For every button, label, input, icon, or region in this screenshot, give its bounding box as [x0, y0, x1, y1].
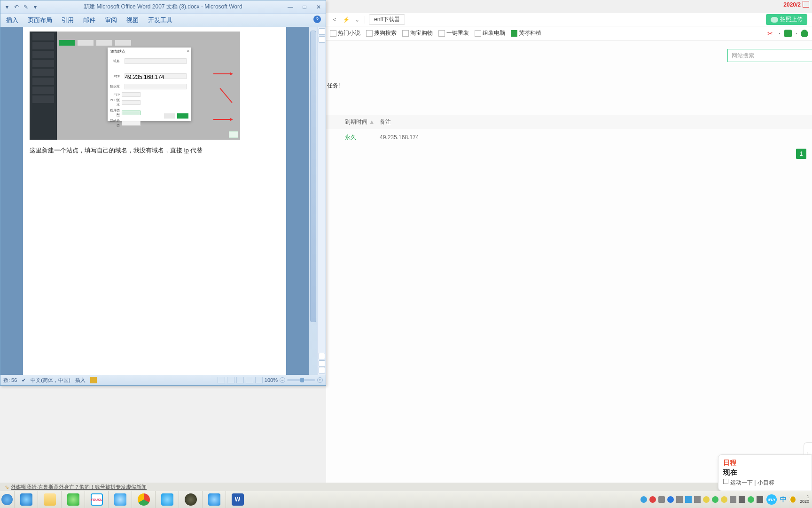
taskbar: YOUKU W iFLY 中 12020 — [0, 491, 812, 508]
site-search-input[interactable]: 网站搜索 — [727, 49, 812, 62]
spell-icon[interactable]: ✔ — [22, 377, 26, 383]
caption-text: 这里新建一个站点，填写自己的域名，我没有域名，直接 ip 代替 — [30, 146, 280, 155]
tab-insert[interactable]: 插入 — [6, 16, 18, 24]
enfl-label[interactable]: enfl下载器 — [369, 14, 405, 25]
tray-icon[interactable] — [703, 496, 710, 503]
view-web[interactable] — [236, 377, 244, 383]
cart-icon — [803, 1, 809, 8]
tab-references[interactable]: 引用 — [62, 16, 74, 24]
calendar-icon — [723, 479, 728, 484]
side-ruler — [317, 27, 326, 375]
tab-mailings[interactable]: 邮件 — [83, 16, 95, 24]
quick-access-toolbar: ▾ ↶ ✎ ▾ — [3, 3, 39, 11]
tab-layout[interactable]: 页面布局 — [28, 16, 52, 24]
tray-icon[interactable] — [748, 496, 754, 503]
ifly-icon[interactable]: iFLY — [766, 494, 777, 505]
qat-dropdown[interactable]: ▾ — [3, 3, 11, 11]
tray-icon[interactable] — [676, 496, 683, 503]
bolt-icon[interactable]: ⚡ — [342, 16, 350, 24]
date-badge: 2020/2 — [781, 0, 812, 9]
zoom-value[interactable]: 100% — [265, 377, 278, 383]
taskbar-app-word[interactable]: W — [226, 491, 249, 508]
taskbar-app-explorer[interactable] — [38, 491, 61, 508]
zoom-out[interactable]: − — [280, 377, 285, 383]
bookmark-item[interactable]: 热门小说 — [330, 29, 360, 37]
taskbar-app-fish[interactable] — [155, 491, 179, 508]
language[interactable]: 中文(简体，中国) — [31, 377, 70, 384]
view-draft[interactable] — [255, 377, 263, 383]
tray-icon[interactable] — [739, 496, 745, 503]
macro-icon[interactable] — [90, 377, 97, 383]
chevron-down-icon[interactable]: ⌄ — [353, 16, 361, 24]
system-tray: iFLY 中 12020 — [640, 491, 812, 508]
help-icon[interactable]: ? — [313, 16, 321, 23]
embedded-screenshot: 添加站点 ✕ 域名 FTP49.235.168.174 数据库 FTP PHP版… — [30, 32, 240, 140]
taskbar-app-qq[interactable] — [202, 491, 226, 508]
add-site-dialog: 添加站点 ✕ 域名 FTP49.235.168.174 数据库 FTP PHP版… — [108, 48, 191, 121]
tab-devtools[interactable]: 开发工具 — [148, 16, 172, 24]
page-number[interactable]: 1 — [796, 149, 806, 159]
browser-body: 网站搜索 任务! 到期时间 ▲ 备注 永久 49.235.168.174 1 问… — [326, 40, 812, 508]
tray-icon[interactable] — [649, 496, 656, 503]
shield-icon[interactable] — [801, 30, 808, 37]
zoom-in[interactable]: + — [317, 377, 323, 383]
minimize-button[interactable]: — — [286, 4, 295, 10]
tab-review[interactable]: 审阅 — [105, 16, 117, 24]
upload-button[interactable]: 拍照上传 — [766, 14, 807, 25]
taskbar-app-chrome[interactable] — [132, 491, 155, 508]
tray-icon[interactable] — [694, 496, 701, 503]
schedule-widget[interactable]: 日程 现在 运动一下 | 小目标 — [718, 454, 812, 491]
bookmark-item[interactable]: 黄芩种植 — [511, 29, 541, 37]
task-hint: 任务! — [327, 82, 340, 90]
tray-icon[interactable] — [658, 496, 665, 503]
document-page: 添加站点 ✕ 域名 FTP49.235.168.174 数据库 FTP PHP版… — [23, 27, 286, 375]
tray-icon[interactable] — [685, 496, 692, 503]
close-button[interactable]: ✕ — [314, 4, 323, 10]
adblock-icon[interactable] — [784, 30, 792, 37]
scissors-icon[interactable]: ✂ — [767, 30, 775, 37]
news-link[interactable]: 外媒曝汤姆·克鲁斯意外身亡？假的！账号被扒专发虚假新闻 — [11, 484, 147, 491]
word-count[interactable]: 数: 56 — [3, 377, 17, 384]
vertical-scrollbar[interactable] — [309, 27, 317, 375]
word-titlebar[interactable]: ▾ ↶ ✎ ▾ 新建 Microsoft Office Word 2007 文档… — [0, 0, 326, 14]
bookmark-item[interactable]: 组装电脑 — [475, 29, 505, 37]
taskbar-app-dark[interactable] — [179, 491, 202, 508]
view-outline[interactable] — [246, 377, 253, 383]
tray-icon[interactable] — [640, 496, 647, 503]
taskbar-app-youku[interactable]: YOUKU — [85, 491, 108, 508]
clock[interactable]: 12020 — [800, 495, 809, 504]
taskbar-app-360[interactable] — [61, 491, 85, 508]
schedule-title: 日程 — [723, 459, 807, 467]
save-icon[interactable]: ✎ — [22, 3, 30, 11]
cloud-icon — [771, 17, 778, 23]
ime-cn[interactable]: 中 — [780, 495, 787, 504]
zoom-slider[interactable] — [287, 379, 315, 381]
schedule-now: 现在 — [723, 468, 807, 477]
share-icon[interactable]: < — [331, 16, 338, 24]
taskbar-app-netdisk[interactable] — [108, 491, 132, 508]
bookmark-item[interactable]: 搜狗搜索 — [366, 29, 397, 37]
tray-icon[interactable] — [667, 496, 674, 503]
browser-toolbar: < ⚡ ⌄ enfl下载器 拍照上传 — [326, 13, 812, 26]
view-print[interactable] — [218, 377, 225, 383]
taskbar-app-ie[interactable] — [14, 491, 38, 508]
tray-icon[interactable] — [730, 496, 736, 503]
windows-orb-icon — [1, 494, 13, 505]
bookmark-item[interactable]: 淘宝购物 — [402, 29, 433, 37]
view-full[interactable] — [227, 377, 234, 383]
table-row[interactable]: 永久 49.235.168.174 — [326, 129, 812, 146]
schedule-item[interactable]: 运动一下 | 小目标 — [723, 479, 807, 487]
tray-icon[interactable] — [757, 496, 763, 503]
tab-view[interactable]: 视图 — [126, 16, 139, 24]
qat-more[interactable]: ▾ — [31, 3, 39, 11]
tray-icon[interactable] — [721, 496, 727, 503]
moon-icon[interactable] — [789, 496, 796, 503]
news-strip: ⇘ 外媒曝汤姆·克鲁斯意外身亡？假的！账号被扒专发虚假新闻 — [0, 483, 812, 491]
undo-icon[interactable]: ↶ — [13, 3, 20, 11]
bookmark-item[interactable]: 一键重装 — [438, 29, 469, 37]
tray-icon[interactable] — [712, 496, 718, 503]
insert-mode[interactable]: 插入 — [75, 377, 86, 384]
maximize-button[interactable]: □ — [300, 4, 309, 10]
sort-icon[interactable]: ▲ — [369, 119, 375, 125]
start-button[interactable] — [0, 491, 14, 508]
